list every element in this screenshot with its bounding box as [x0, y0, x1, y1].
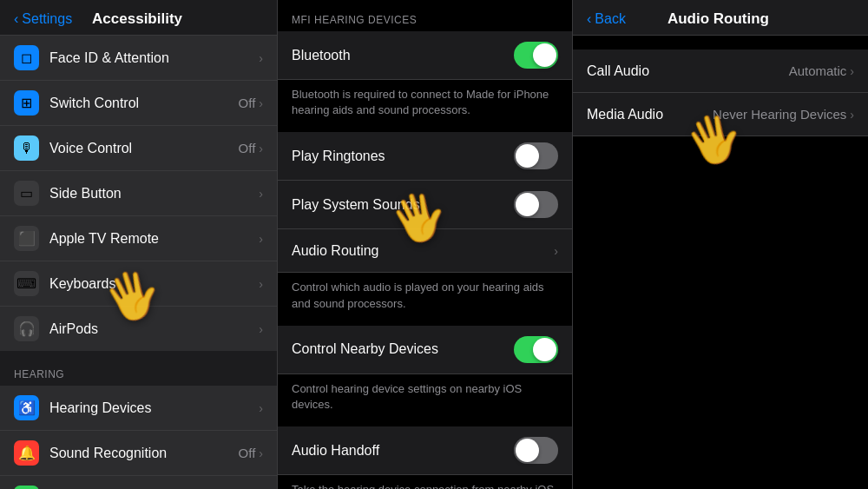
middle-row-label-audio-handoff: Audio Handoff: [292, 443, 514, 459]
middle-row-desc-audio-handoff: Take the hearing device connection from …: [278, 475, 572, 489]
middle-row-main-control-nearby: Control Nearby Devices: [278, 326, 572, 374]
toggle-knob-audio-handoff: [516, 439, 539, 462]
item-value-sound-recognition: Off: [239, 446, 256, 460]
toggle-knob-control-nearby: [533, 338, 556, 361]
item-value-switch-control: Off: [239, 96, 256, 110]
item-label-side-button: Side Button: [49, 186, 259, 202]
back-chevron-icon: ‹: [14, 11, 18, 27]
right-row-label-call-audio: Call Audio: [587, 63, 789, 79]
left-nav-title: Accessibility: [72, 10, 202, 28]
item-icon-apple-tv-remote: ⬛: [14, 226, 39, 251]
item-label-voice-control: Voice Control: [49, 141, 239, 156]
item-chevron-voice-control: ›: [259, 142, 263, 155]
right-row-media-audio[interactable]: Media Audio Never Hearing Devices ›: [573, 93, 868, 136]
item-label-switch-control: Switch Control: [49, 96, 239, 111]
toggle-play-system-sounds[interactable]: [514, 191, 558, 218]
settings-back-button[interactable]: ‹ Settings: [14, 11, 72, 27]
item-chevron-face-id: ›: [259, 51, 263, 65]
hearing-items-list: ♿ Hearing Devices › 🔔 Sound Recognition …: [0, 386, 277, 489]
item-label-keyboards: Keyboards: [49, 276, 259, 292]
right-row-call-audio[interactable]: Call Audio Automatic ›: [573, 50, 868, 93]
left-items-list: ◻ Face ID & Attention › ⊞ Switch Control…: [0, 36, 277, 351]
middle-item-audio-routing[interactable]: Audio Routing›Control which audio is pla…: [278, 229, 572, 325]
toggle-play-ringtones[interactable]: [514, 142, 558, 169]
middle-section-label: MFI HEARING DEVICES: [278, 0, 572, 31]
item-label-sound-recognition: Sound Recognition: [49, 446, 239, 461]
item-icon-switch-control: ⊞: [14, 90, 39, 116]
right-row-label-media-audio: Media Audio: [587, 107, 713, 122]
item-label-airpods: AirPods: [49, 321, 259, 337]
middle-row-main-bluetooth: Bluetooth: [278, 31, 572, 80]
middle-row-desc-control-nearby: Control hearing device settings on nearb…: [278, 374, 572, 426]
left-item-airpods[interactable]: 🎧 AirPods ›: [0, 307, 277, 351]
item-icon-rtt-tty: 📞: [14, 486, 39, 489]
item-value-voice-control: Off: [239, 141, 256, 155]
right-back-button[interactable]: ‹ Back: [587, 11, 626, 27]
middle-row-main-play-ringtones: Play Ringtones: [278, 132, 572, 181]
toggle-bluetooth[interactable]: [514, 42, 558, 69]
right-back-chevron-icon: ‹: [587, 11, 591, 27]
left-item-switch-control[interactable]: ⊞ Switch Control Off ›: [0, 81, 277, 126]
right-panel: ‹ Back Audio Routing Call Audio Automati…: [573, 0, 868, 489]
middle-item-audio-handoff[interactable]: Audio HandoffTake the hearing device con…: [278, 426, 572, 489]
left-item-keyboards[interactable]: ⌨ Keyboards ›: [0, 261, 277, 307]
middle-row-label-audio-routing: Audio Routing: [292, 243, 547, 259]
item-chevron-airpods: ›: [259, 322, 263, 336]
middle-item-control-nearby[interactable]: Control Nearby DevicesControl hearing de…: [278, 326, 572, 426]
left-item-apple-tv-remote[interactable]: ⬛ Apple TV Remote ›: [0, 216, 277, 261]
right-row-chevron-call-audio: ›: [850, 64, 854, 78]
item-icon-voice-control: 🎙: [14, 135, 39, 161]
left-item-side-button[interactable]: ▭ Side Button ›: [0, 171, 277, 216]
middle-chevron-audio-routing: ›: [554, 244, 558, 258]
item-icon-face-id: ◻: [14, 45, 39, 70]
middle-row-label-play-system-sounds: Play System Sounds: [292, 197, 514, 213]
item-icon-hearing-devices: ♿: [14, 395, 39, 420]
item-icon-keyboards: ⌨: [14, 271, 39, 296]
right-nav-header: ‹ Back Audio Routing: [573, 0, 868, 36]
toggle-control-nearby[interactable]: [514, 336, 558, 363]
item-label-face-id: Face ID & Attention: [49, 50, 259, 66]
middle-row-label-control-nearby: Control Nearby Devices: [292, 341, 514, 357]
toggle-knob-play-system-sounds: [516, 193, 539, 216]
middle-row-label-bluetooth: Bluetooth: [292, 48, 514, 63]
middle-row-main-audio-handoff: Audio Handoff: [278, 426, 572, 475]
item-label-hearing-devices: Hearing Devices: [49, 400, 259, 416]
middle-item-play-ringtones[interactable]: Play Ringtones: [278, 132, 572, 181]
left-item-hearing-devices[interactable]: ♿ Hearing Devices ›: [0, 386, 277, 431]
middle-panel: MFI HEARING DEVICES BluetoothBluetooth i…: [278, 0, 573, 489]
toggle-knob-bluetooth: [533, 43, 556, 67]
item-icon-sound-recognition: 🔔: [14, 440, 39, 466]
left-nav-header: ‹ Settings Accessibility: [0, 0, 277, 36]
toggle-audio-handoff[interactable]: [514, 437, 558, 464]
hearing-section-header: HEARING: [0, 351, 277, 386]
toggle-knob-play-ringtones: [516, 144, 539, 168]
item-chevron-switch-control: ›: [259, 96, 263, 110]
item-chevron-sound-recognition: ›: [259, 446, 263, 460]
middle-row-label-play-ringtones: Play Ringtones: [292, 149, 514, 164]
left-item-voice-control[interactable]: 🎙 Voice Control Off ›: [0, 126, 277, 171]
middle-row-desc-audio-routing: Control which audio is played on your he…: [278, 273, 572, 325]
middle-rows-list: BluetoothBluetooth is required to connec…: [278, 31, 572, 489]
back-label: Settings: [22, 11, 72, 27]
middle-item-play-system-sounds[interactable]: Play System Sounds: [278, 181, 572, 229]
item-chevron-side-button: ›: [259, 187, 263, 201]
left-item-sound-recognition[interactable]: 🔔 Sound Recognition Off ›: [0, 431, 277, 476]
item-icon-side-button: ▭: [14, 181, 39, 206]
right-row-chevron-media-audio: ›: [850, 108, 854, 122]
right-row-value-media-audio: Never Hearing Devices: [713, 107, 846, 122]
right-back-label: Back: [595, 11, 626, 27]
middle-row-desc-bluetooth: Bluetooth is required to connect to Made…: [278, 80, 572, 132]
item-icon-airpods: 🎧: [14, 316, 39, 341]
item-chevron-apple-tv-remote: ›: [259, 232, 263, 246]
right-row-value-call-audio: Automatic: [789, 63, 847, 78]
left-panel: ‹ Settings Accessibility ◻ Face ID & Att…: [0, 0, 278, 489]
right-rows-list: Call Audio Automatic › Media Audio Never…: [573, 50, 868, 136]
left-item-face-id[interactable]: ◻ Face ID & Attention ›: [0, 36, 277, 81]
left-item-rtt-tty[interactable]: 📞 RTT/TTY Off ›: [0, 476, 277, 489]
middle-item-bluetooth[interactable]: BluetoothBluetooth is required to connec…: [278, 31, 572, 132]
right-nav-title: Audio Routing: [626, 10, 811, 28]
item-chevron-keyboards: ›: [259, 277, 263, 291]
middle-row-main-audio-routing: Audio Routing›: [278, 229, 572, 273]
middle-row-main-play-system-sounds: Play System Sounds: [278, 181, 572, 229]
item-label-apple-tv-remote: Apple TV Remote: [49, 231, 259, 247]
